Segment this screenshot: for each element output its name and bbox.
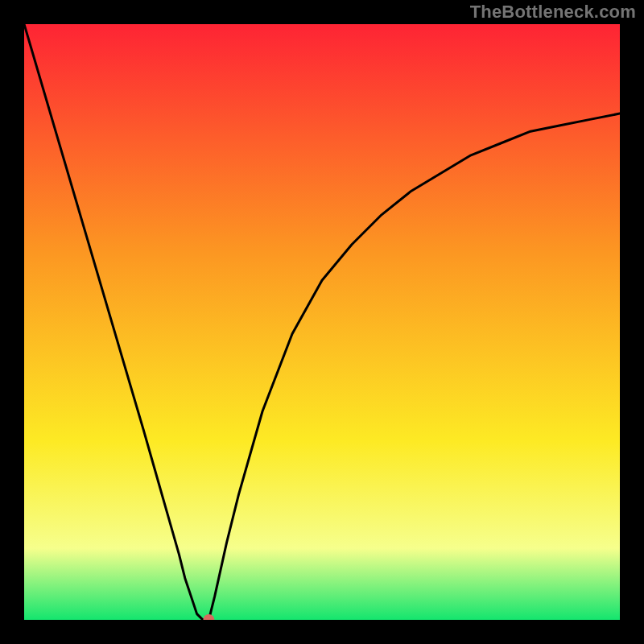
bottleneck-plot bbox=[24, 24, 620, 620]
chart-frame: TheBottleneck.com bbox=[0, 0, 644, 644]
plot-area bbox=[24, 24, 620, 620]
gradient-background bbox=[24, 24, 620, 620]
watermark-text: TheBottleneck.com bbox=[470, 2, 636, 23]
